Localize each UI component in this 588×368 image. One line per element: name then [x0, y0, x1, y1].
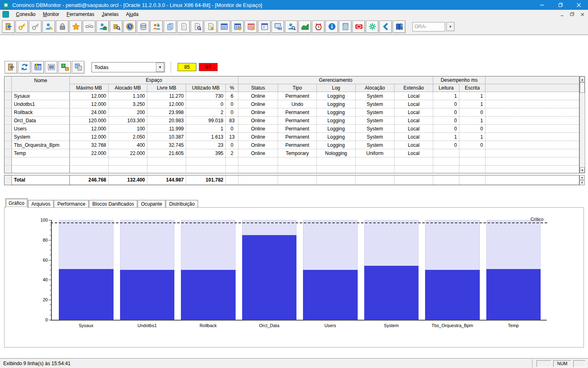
minimize-button[interactable]: [533, 0, 551, 10]
toolbar-oracle-button[interactable]: [352, 20, 365, 33]
toolbar-form-view-button[interactable]: [258, 20, 271, 33]
tab-performance[interactable]: Performance: [54, 200, 89, 208]
toolbar-disconnect-key-button[interactable]: [29, 20, 42, 33]
table-row-empty[interactable]: [4, 166, 579, 173]
column-header-alocacao: Alocação: [356, 84, 394, 92]
toolbar-monitor-save-button[interactable]: [272, 20, 284, 33]
mdi-child-icon[interactable]: [2, 11, 9, 18]
tab-distribuição[interactable]: Distribuição: [166, 200, 198, 208]
row-selector[interactable]: [4, 133, 12, 141]
row-selector[interactable]: [4, 166, 12, 173]
generate-table-icon: [34, 63, 42, 71]
grid-vertical-scrollbar[interactable]: ▲ ▼: [579, 76, 585, 173]
combo-dropdown-arrow[interactable]: ▼: [156, 63, 164, 72]
cell-extensao: [394, 166, 433, 173]
toolbar-world-clock-button[interactable]: [123, 20, 136, 33]
filter-copy-table-button[interactable]: [72, 61, 85, 74]
toolbar-table-calendar-button[interactable]: [218, 20, 230, 33]
chart-bar-used: [59, 269, 114, 320]
toolbar-sessions-users-button[interactable]: [150, 20, 163, 33]
toolbar-broken-link-button[interactable]: [83, 20, 96, 33]
tab-blocos-danificados[interactable]: Blocos Danificados: [89, 200, 137, 208]
menu-monitor[interactable]: Monitor: [39, 11, 63, 18]
tab-gráfico[interactable]: Gráfico: [5, 198, 28, 208]
table-row-system[interactable]: System12.0002.05010.3871.61313OnlinePerm…: [4, 133, 579, 141]
cell-alocado: [109, 166, 147, 173]
toolbar-connect-key-button[interactable]: [16, 20, 28, 33]
scroll-down-button[interactable]: ▼: [580, 167, 585, 173]
spin-down-button[interactable]: ▼: [579, 180, 585, 185]
toolbar-user-import-button[interactable]: [96, 20, 109, 33]
toolbar-user-search-button[interactable]: [285, 20, 298, 33]
tab-ocupante[interactable]: Ocupante: [138, 200, 165, 208]
toolbar-favorites-star-button[interactable]: [69, 20, 82, 33]
table-row-users[interactable]: Users12.00010011.99910OnlinePermanentLog…: [4, 125, 579, 133]
row-selector[interactable]: [4, 141, 12, 149]
menu-conexão[interactable]: Conexão: [12, 11, 39, 18]
close-button[interactable]: [570, 0, 588, 10]
toolbar-document-button[interactable]: [177, 20, 190, 33]
toolbar-exit-button[interactable]: [2, 20, 15, 33]
cell-extensao: Local: [394, 117, 433, 124]
toolbar-object-search-button[interactable]: [110, 20, 122, 33]
toolbar-table-clock-button[interactable]: [231, 20, 244, 33]
toolbar-lock-button[interactable]: [56, 20, 69, 33]
menu-ferramentas[interactable]: Ferramentas: [63, 11, 98, 18]
filter-exit-button[interactable]: [4, 61, 17, 74]
table-row-undotbs1[interactable]: Undotbs112.0003.25012.00000OnlineUndoLog…: [4, 100, 579, 108]
mdi-minimize-button[interactable]: [557, 11, 566, 18]
warning-threshold-badge: 85: [178, 63, 196, 71]
toolbar-navigate-back-button[interactable]: [379, 20, 392, 33]
tab-arquivos[interactable]: Arquivos: [28, 200, 54, 208]
row-selector[interactable]: [4, 108, 12, 116]
table-row-tbs_orquestra_bpm[interactable]: Tbs_Orquestra_Bpm32.76840032.745230Onlin…: [4, 141, 579, 149]
toolbar-copy-documents-button[interactable]: [164, 20, 176, 33]
view-tabs: GráficoArquivosPerformanceBlocos Danific…: [5, 198, 198, 208]
toolbar-document-alert-button[interactable]: [204, 20, 217, 33]
tablespace-filter-combo[interactable]: Todas ▼: [91, 62, 165, 72]
toolbar-performance-chart-button[interactable]: [298, 20, 311, 33]
menu-ajuda[interactable]: Ajuda: [122, 11, 143, 18]
row-selector[interactable]: [4, 117, 12, 124]
ora-error-input[interactable]: [412, 22, 445, 31]
toolbar-document-search-button[interactable]: [191, 20, 203, 33]
ora-dropdown-arrow[interactable]: ▼: [446, 22, 454, 31]
table-row-sysaux[interactable]: Sysaux12.0001.10011.2707306OnlinePermane…: [4, 92, 579, 100]
table-row-rollback[interactable]: Rollback24.00020023.99820OnlinePermanent…: [4, 108, 579, 117]
mdi-restore-button[interactable]: [568, 11, 577, 18]
filter-generate-table-button[interactable]: [31, 61, 44, 74]
toolbar-process-burst-button[interactable]: [366, 20, 379, 33]
row-selector[interactable]: [4, 92, 12, 100]
row-selector[interactable]: [4, 149, 12, 157]
column-header-escrita: Escrita: [459, 84, 486, 92]
toolbar-database-button[interactable]: [137, 20, 149, 33]
restore-button[interactable]: [551, 0, 570, 10]
table-row-empty[interactable]: [4, 157, 579, 166]
mdi-close-button[interactable]: [578, 11, 587, 18]
scroll-thumb[interactable]: [580, 82, 585, 93]
toolbar-information-button[interactable]: [325, 20, 338, 33]
menu-janelas[interactable]: Janelas: [98, 11, 122, 18]
filter-table-selection-button[interactable]: [45, 61, 58, 74]
table-row-orcl_data[interactable]: Orcl_Data120.000103.30020.98399.01883Onl…: [4, 117, 579, 125]
table-row-temp[interactable]: Temp22.00022.00021.6053952OnlineTemporar…: [4, 149, 579, 157]
row-selector[interactable]: [4, 157, 12, 165]
toolbar-table-edit-button[interactable]: [245, 20, 257, 33]
cell-alocacao: System: [356, 108, 394, 116]
spin-up-button[interactable]: ▲: [579, 175, 585, 180]
toolbar-alarm-clock-button[interactable]: [312, 20, 325, 33]
row-selector[interactable]: [4, 100, 12, 108]
total-leitura: [433, 175, 459, 185]
filter-refresh-button[interactable]: [18, 61, 31, 74]
total-extensao: [394, 175, 433, 185]
scroll-up-button[interactable]: ▲: [580, 76, 585, 82]
row-selector[interactable]: [4, 125, 12, 132]
toolbar-user-permissions-button[interactable]: [42, 20, 55, 33]
toolbar-help-book-button[interactable]: [393, 20, 405, 33]
filter-export-table-button[interactable]: [58, 61, 71, 74]
cell-escrita: 1: [459, 100, 486, 108]
total-alocado: 132.400: [109, 175, 147, 185]
cell-leitura: 0: [433, 125, 459, 132]
toolbar-calculator-button[interactable]: [339, 20, 352, 33]
cell-alocado: 22.000: [109, 149, 147, 157]
